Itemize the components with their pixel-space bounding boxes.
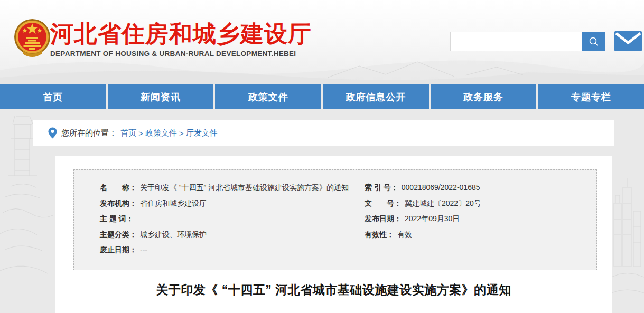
search-button[interactable]	[582, 32, 605, 51]
site-title: 河北省住房和城乡建设厅	[50, 21, 312, 46]
breadcrumb-prefix: 您所在的位置：	[61, 128, 119, 138]
breadcrumb: 您所在的位置： 首页 > 政策文件 > 厅发文件	[33, 120, 614, 146]
site-subtitle: DEPARTMENT OF HOUSING & URBAN-RURAL DEVE…	[50, 50, 312, 58]
meta-label: 废止日期：	[100, 242, 137, 258]
meta-value: 2022年09月30日	[405, 211, 460, 227]
mail-icon	[614, 31, 642, 51]
meta-value: 省住房和城乡建设厅	[140, 196, 207, 212]
meta-value: 有效	[397, 227, 412, 243]
document-title: 关于印发《 “十四五” 河北省城市基础设施建设实施方案》的通知	[55, 282, 612, 298]
meta-label: 主题分类：	[100, 227, 137, 243]
site-header: 河北省住房和城乡建设厅 DEPARTMENT OF HOUSING & URBA…	[0, 0, 644, 84]
breadcrumb-link-policy[interactable]: 政策文件	[145, 128, 177, 138]
meta-label: 有效性：	[365, 227, 394, 243]
nav-item-services[interactable]: 政务服务	[431, 84, 537, 109]
meta-label: 主 题 词：	[100, 211, 134, 227]
meta-column-right: 索 引 号： 000218069/2022-01685 文 号： 冀建城建〔20…	[365, 180, 481, 242]
meta-label: 发布机构：	[100, 196, 137, 212]
nav-item-news[interactable]: 新闻资讯	[108, 84, 214, 109]
meta-row-name: 名 称： 关于印发《 “十四五” 河北省城市基础设施建设实施方案》的通知	[100, 180, 349, 196]
meta-label: 文 号：	[365, 196, 402, 212]
meta-row-subject-words: 主 题 词：	[100, 211, 349, 227]
content-panel: 名 称： 关于印发《 “十四五” 河北省城市基础设施建设实施方案》的通知 发布机…	[55, 156, 612, 313]
breadcrumb-separator: >	[179, 129, 184, 138]
mail-button[interactable]	[614, 31, 642, 51]
meta-label: 名 称：	[100, 180, 137, 196]
location-pin-icon	[48, 127, 57, 139]
meta-row-publish-date: 发布日期： 2022年09月30日	[365, 211, 481, 227]
meta-label: 发布日期：	[365, 211, 402, 227]
document-meta-box: 名 称： 关于印发《 “十四五” 河北省城市基础设施建设实施方案》的通知 发布机…	[73, 169, 597, 270]
site-titles: 河北省住房和城乡建设厅 DEPARTMENT OF HOUSING & URBA…	[50, 21, 312, 58]
meta-value: 城乡建设、环境保护	[140, 227, 207, 243]
search-input[interactable]	[450, 32, 582, 51]
meta-label: 索 引 号：	[365, 180, 398, 196]
meta-column-left: 名 称： 关于印发《 “十四五” 河北省城市基础设施建设实施方案》的通知 发布机…	[100, 180, 349, 258]
nav-item-home[interactable]: 首页	[0, 84, 106, 109]
search-icon	[588, 36, 600, 48]
meta-value: ---	[140, 242, 147, 258]
meta-row-repeal-date: 废止日期： ---	[100, 242, 349, 258]
meta-value: 关于印发《 “十四五” 河北省城市基础设施建设实施方案》的通知	[140, 180, 349, 196]
meta-row-validity: 有效性： 有效	[365, 227, 481, 243]
nav-item-special-topics[interactable]: 专题专栏	[538, 84, 644, 109]
meta-row-index-number: 索 引 号： 000218069/2022-01685	[365, 180, 481, 196]
breadcrumb-separator: >	[138, 129, 143, 138]
nav-item-policy-documents[interactable]: 政策文件	[215, 84, 321, 109]
meta-row-issuing-agency: 发布机构： 省住房和城乡建设厅	[100, 196, 349, 212]
title-divider	[59, 308, 608, 308]
meta-row-document-number: 文 号： 冀建城建〔2022〕20号	[365, 196, 481, 212]
right-watermark-illustration	[611, 172, 644, 303]
meta-value: 000218069/2022-01685	[402, 180, 480, 196]
page: 河北省住房和城乡建设厅 DEPARTMENT OF HOUSING & URBA…	[0, 0, 644, 313]
nav-item-government-info[interactable]: 政府信息公开	[323, 84, 429, 109]
breadcrumb-link-dept-docs[interactable]: 厅发文件	[186, 128, 218, 138]
site-logo-link[interactable]	[13, 17, 51, 60]
main-nav: 首页 新闻资讯 政策文件 政府信息公开 政务服务 专题专栏	[0, 84, 644, 109]
breadcrumb-link-home[interactable]: 首页	[120, 128, 136, 138]
meta-value: 冀建城建〔2022〕20号	[405, 196, 481, 212]
meta-row-subject-category: 主题分类： 城乡建设、环境保护	[100, 227, 349, 243]
national-emblem-icon	[13, 17, 51, 60]
